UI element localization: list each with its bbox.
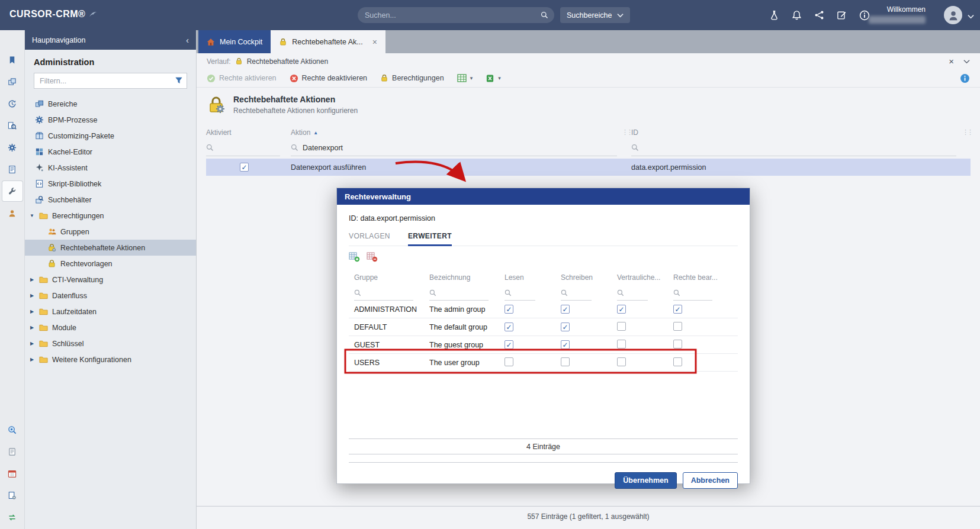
checkbox-schreiben[interactable] <box>561 322 570 331</box>
history-item[interactable]: Rechtebehaftete Aktionen <box>247 57 328 66</box>
nav-item-laufzeitdaten[interactable]: ▶Laufzeitdaten <box>25 304 196 320</box>
column-header-bezeichnung[interactable]: Bezeichnung <box>429 273 505 282</box>
activate-rights-button[interactable]: Rechte aktivieren <box>207 74 277 83</box>
share-icon[interactable] <box>814 10 824 20</box>
chevron-right-icon[interactable]: ▶ <box>29 309 35 314</box>
compose-icon[interactable] <box>837 10 847 20</box>
search-icon[interactable] <box>541 11 548 19</box>
filter-schreiben[interactable] <box>561 285 592 301</box>
deactivate-rights-button[interactable]: Rechte deaktivieren <box>290 74 367 83</box>
user-menu-chevron-icon[interactable] <box>968 12 974 21</box>
column-header-aktion[interactable]: Aktion▲ <box>291 128 631 137</box>
rail-research[interactable] <box>2 115 23 136</box>
rail-sync[interactable] <box>2 507 23 527</box>
chevron-right-icon[interactable]: ▶ <box>29 357 35 362</box>
checkbox-rechte[interactable] <box>673 305 682 314</box>
table-view-button[interactable]: ▾ <box>457 73 473 83</box>
rail-map-search[interactable] <box>2 420 23 440</box>
nav-item-datenfluss[interactable]: ▶Datenfluss <box>25 288 196 304</box>
table-row[interactable]: Datenexport ausführen data.export.permis… <box>206 159 971 176</box>
bell-icon[interactable] <box>792 10 802 20</box>
filter-rechte[interactable] <box>673 285 712 301</box>
chevron-right-icon[interactable]: ▶ <box>29 293 35 298</box>
nav-filter-input[interactable] <box>34 73 187 89</box>
filter-aktiviert[interactable] <box>206 140 280 156</box>
filter-gruppe[interactable] <box>354 285 413 301</box>
filter-lesen[interactable] <box>505 285 535 301</box>
column-header-aktiviert[interactable]: Aktiviert <box>206 128 291 137</box>
nav-item-kachel-editor[interactable]: Kachel-Editor <box>25 144 196 160</box>
search-input[interactable] <box>358 7 554 23</box>
column-header-schreiben[interactable]: Schreiben <box>561 273 617 282</box>
rail-settings[interactable] <box>2 137 23 157</box>
tab-close-icon[interactable]: × <box>372 37 377 47</box>
filter-aktion[interactable]: Datenexport <box>291 140 617 156</box>
rail-history[interactable] <box>2 93 23 114</box>
group-row-default[interactable]: DEFAULT The default group <box>349 318 738 336</box>
checkbox-schreiben[interactable] <box>561 305 570 314</box>
nav-item-berechtigungen[interactable]: ▼ Berechtigungen <box>25 208 196 224</box>
apply-button[interactable]: Übernehmen <box>615 472 676 489</box>
nav-item-bpm-prozesse[interactable]: BPM-Prozesse <box>25 112 196 128</box>
rail-bookmarks[interactable] <box>2 50 23 70</box>
group-row-administration[interactable]: ADMINISTRATION The admin group <box>349 301 738 318</box>
column-resize-handle[interactable]: ⋮⋮ <box>622 128 631 136</box>
filter-icon[interactable] <box>175 76 183 85</box>
column-header-gruppe[interactable]: Gruppe <box>354 273 429 282</box>
nav-item-gruppen[interactable]: Gruppen <box>25 224 196 240</box>
nav-item-weitere-konfigurationen[interactable]: ▶Weitere Konfigurationen <box>25 351 196 367</box>
tab-erweitert[interactable]: ERWEITERT <box>408 232 452 246</box>
rail-reports[interactable] <box>2 159 23 179</box>
nav-item-suchbehaelter[interactable]: Suchbehälter <box>25 192 196 208</box>
rail-contacts[interactable] <box>2 203 23 223</box>
close-icon[interactable]: × <box>949 56 954 66</box>
chevron-right-icon[interactable]: ▶ <box>29 325 35 330</box>
rail-administration[interactable] <box>2 181 23 201</box>
rail-notes[interactable] <box>2 441 23 462</box>
excel-export-button[interactable]: ▾ <box>486 74 501 83</box>
checkbox-rechte[interactable] <box>673 322 682 331</box>
search-areas-button[interactable]: Suchbereiche <box>560 7 630 23</box>
info-button[interactable] <box>960 73 970 83</box>
rail-calendar[interactable] <box>2 463 23 483</box>
group-row-guest[interactable]: GUEST The guest group <box>349 336 738 354</box>
rail-windows[interactable] <box>2 72 23 92</box>
tab-rechtebehaftete-aktionen[interactable]: Rechtebehaftete Ak... × <box>271 30 385 53</box>
filter-vertrauliche[interactable] <box>617 285 648 301</box>
column-header-rechte-bearbeiten[interactable]: Rechte bear... <box>673 273 738 282</box>
flask-icon[interactable] <box>769 10 779 20</box>
filter-bezeichnung[interactable] <box>429 285 489 301</box>
tab-vorlagen[interactable]: VORLAGEN <box>349 232 390 246</box>
chevron-down-icon[interactable]: ▼ <box>29 213 35 218</box>
checkbox-schreiben[interactable] <box>561 340 570 349</box>
checkbox-vertrauliche[interactable] <box>617 340 626 349</box>
column-header-id[interactable]: ID <box>631 128 971 137</box>
nav-item-customizing-pakete[interactable]: Customizing-Pakete <box>25 128 196 144</box>
nav-item-ki-assistent[interactable]: KI-Assistent <box>25 160 196 176</box>
column-resize-handle[interactable]: ⋮⋮ <box>962 128 972 136</box>
checkbox-rechte[interactable] <box>673 357 682 366</box>
checkbox-vertrauliche[interactable] <box>617 357 626 366</box>
nav-collapse-icon[interactable]: ‹ <box>186 35 189 45</box>
checkbox-schreiben[interactable] <box>561 357 570 366</box>
filter-id[interactable] <box>631 140 956 156</box>
avatar[interactable] <box>944 6 962 24</box>
checkbox-lesen[interactable] <box>505 305 513 314</box>
nav-item-rechtebehaftete-aktionen[interactable]: Rechtebehaftete Aktionen <box>25 240 196 256</box>
checkbox-lesen[interactable] <box>505 357 513 366</box>
add-row-button[interactable] <box>349 252 360 264</box>
nav-item-schluessel[interactable]: ▶Schlüssel <box>25 336 196 351</box>
nav-item-rechtevorlagen[interactable]: Rechtevorlagen <box>25 256 196 272</box>
checkbox[interactable] <box>240 163 249 172</box>
cancel-button[interactable]: Abbrechen <box>683 472 738 489</box>
nav-item-bereiche[interactable]: Bereiche <box>25 96 196 112</box>
tab-mein-cockpit[interactable]: Mein Cockpit <box>198 30 271 53</box>
checkbox-lesen[interactable] <box>505 340 513 349</box>
column-header-vertrauliche[interactable]: Vertrauliche... <box>617 273 673 282</box>
remove-row-button[interactable] <box>367 252 378 264</box>
column-header-lesen[interactable]: Lesen <box>505 273 561 282</box>
nav-item-cti-verwaltung[interactable]: ▶CTI-Verwaltung <box>25 272 196 288</box>
chevron-down-icon[interactable] <box>963 59 970 64</box>
checkbox-vertrauliche[interactable] <box>617 305 626 314</box>
group-row-users[interactable]: USERS The user group <box>349 354 738 372</box>
